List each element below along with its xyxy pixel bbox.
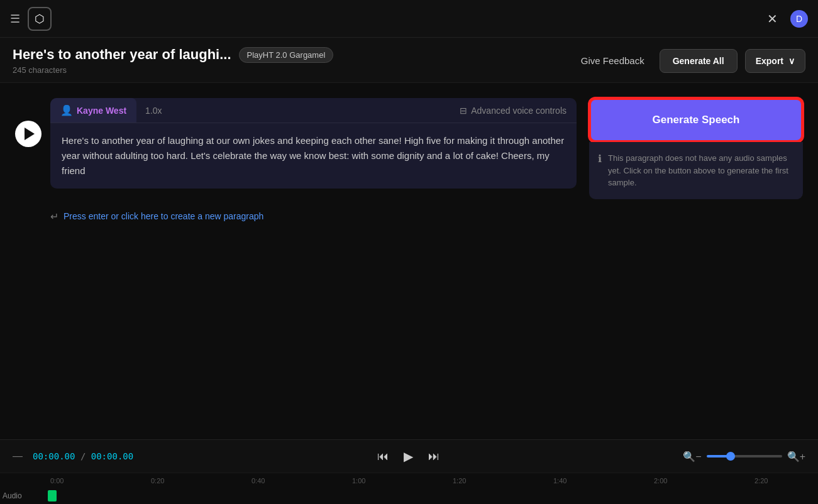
x-twitter-icon[interactable]: ✕ <box>767 11 778 26</box>
player-controls: — 00:00.00 / 00:00.00 ⏮ ▶ ⏭ 🔍− 🔍+ <box>0 440 818 473</box>
voice-bar: 👤 Kayne West 1.0x ⊟ Advanced voice contr… <box>50 98 577 123</box>
player-center: ⏮ ▶ ⏭ <box>143 449 673 464</box>
player-right: 🔍− 🔍+ <box>683 451 805 463</box>
voice-name: Kayne West <box>77 106 126 116</box>
timeline-labels: 0:00 0:20 0:40 1:00 1:20 1:40 2:00 2:20 <box>0 473 818 477</box>
zoom-in-button[interactable]: 🔍+ <box>787 451 805 463</box>
sliders-icon: ⊟ <box>460 106 467 116</box>
timeline-label-2: 0:40 <box>251 477 265 485</box>
timeline-label-5: 1:40 <box>553 477 567 485</box>
no-sample-card: ℹ This paragraph does not have any audio… <box>589 142 803 199</box>
current-time: 00:00 <box>33 451 59 461</box>
generate-all-button[interactable]: Generate All <box>660 49 738 73</box>
top-nav: ☰ ⬡ ✕ D <box>0 0 818 38</box>
audio-label: Audio <box>3 491 22 500</box>
no-sample-text: This paragraph does not have any audio s… <box>608 152 794 189</box>
voice-tab[interactable]: 👤 Kayne West <box>50 98 136 123</box>
new-paragraph-label: Press enter or click here to create a ne… <box>64 211 263 221</box>
skip-forward-button[interactable]: ⏭ <box>428 450 439 463</box>
player-minimize-icon[interactable]: — <box>13 451 23 462</box>
header: Here's to another year of laughi... Play… <box>0 38 818 83</box>
generate-speech-button[interactable]: Generate Speech <box>589 98 803 142</box>
timeline-label-4: 1:20 <box>453 477 466 485</box>
discord-icon[interactable]: D <box>790 10 808 28</box>
paragraph-card: 👤 Kayne West 1.0x ⊟ Advanced voice contr… <box>50 98 577 189</box>
paragraph-text[interactable]: Here's to another year of laughing at ou… <box>50 123 577 189</box>
speed-badge[interactable]: 1.0x <box>136 99 170 122</box>
logo-icon[interactable]: ⬡ <box>28 7 52 31</box>
timeline-label-1: 0:20 <box>151 477 164 485</box>
bottom-player: — 00:00.00 / 00:00.00 ⏮ ▶ ⏭ 🔍− 🔍+ 0:00 0… <box>0 439 818 504</box>
enter-icon: ↵ <box>50 211 58 222</box>
paragraph-left: 👤 Kayne West 1.0x ⊟ Advanced voice contr… <box>15 98 577 189</box>
title-row: Here's to another year of laughi... Play… <box>13 47 573 63</box>
timeline-label-6: 2:00 <box>654 477 667 485</box>
timeline: 0:00 0:20 0:40 1:00 1:20 1:40 2:00 2:20 … <box>0 473 818 504</box>
skip-back-button[interactable]: ⏮ <box>377 450 389 463</box>
nav-right: ✕ D <box>767 10 808 28</box>
timeline-label-3: 1:00 <box>352 477 365 485</box>
player-play-button[interactable]: ▶ <box>404 449 413 464</box>
zoom-slider[interactable] <box>707 455 782 457</box>
char-count: 245 characters <box>13 65 573 75</box>
play-icon <box>25 128 35 140</box>
new-paragraph-hint[interactable]: ↵ Press enter or click here to create a … <box>15 211 803 222</box>
main-content: 👤 Kayne West 1.0x ⊟ Advanced voice contr… <box>0 83 818 436</box>
current-ms: .00 <box>59 451 75 461</box>
advanced-voice-label: Advanced voice controls <box>471 106 567 116</box>
timeline-label-0: 0:00 <box>50 477 64 485</box>
paragraph-section: 👤 Kayne West 1.0x ⊟ Advanced voice contr… <box>15 98 803 199</box>
model-badge[interactable]: PlayHT 2.0 Gargamel <box>239 47 334 63</box>
audio-track-bar <box>48 490 57 501</box>
export-button[interactable]: Export ∨ <box>745 49 805 73</box>
timeline-label-7: 2:20 <box>754 477 768 485</box>
project-title: Here's to another year of laughi... <box>13 47 231 63</box>
voice-person-icon: 👤 <box>60 104 73 116</box>
export-chevron-icon: ∨ <box>788 56 795 66</box>
paragraph-right: Generate Speech ℹ This paragraph does no… <box>589 98 803 199</box>
hamburger-icon[interactable]: ☰ <box>10 12 20 26</box>
paragraph-play-button[interactable] <box>15 121 41 147</box>
header-actions: Give Feedback Generate All Export ∨ <box>573 49 805 73</box>
nav-left: ☰ ⬡ <box>10 7 52 31</box>
time-display: 00:00.00 / 00:00.00 <box>33 451 133 461</box>
header-left: Here's to another year of laughi... Play… <box>13 47 573 75</box>
give-feedback-button[interactable]: Give Feedback <box>573 50 652 71</box>
total-time: 00:00 <box>91 451 118 461</box>
advanced-voice-controls[interactable]: ⊟ Advanced voice controls <box>450 99 577 122</box>
zoom-out-button[interactable]: 🔍− <box>683 451 701 463</box>
total-ms: .00 <box>118 451 133 461</box>
info-icon: ℹ <box>598 153 602 165</box>
export-label: Export <box>756 56 783 66</box>
